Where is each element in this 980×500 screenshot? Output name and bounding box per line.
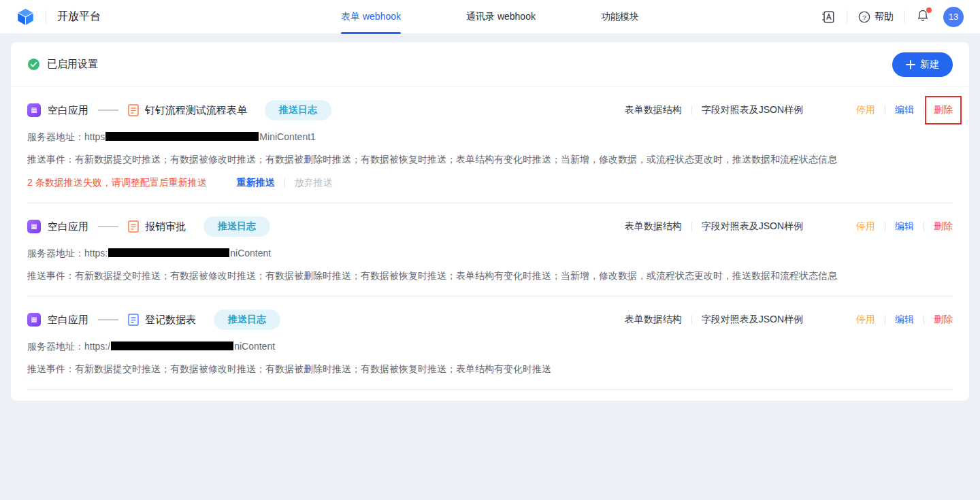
push-error-row: 2 条数据推送失败，请调整配置后重新推送 重新推送 放弃推送 bbox=[27, 177, 953, 189]
question-icon: ? bbox=[858, 11, 870, 23]
navbar-divider bbox=[904, 10, 905, 24]
delete-link[interactable]: 删除 bbox=[934, 314, 953, 326]
server-address: 服务器地址：httpsMiniContent1 bbox=[27, 130, 953, 144]
navbar-left: 开放平台 bbox=[16, 7, 101, 26]
item-actions: 停用 编辑 删除 bbox=[856, 314, 953, 326]
form-data-structure-link[interactable]: 表单数据结构 bbox=[625, 104, 682, 116]
form-doc-icon bbox=[128, 314, 139, 326]
connector-line bbox=[98, 226, 118, 227]
form-name: 登记数据表 bbox=[145, 314, 196, 327]
webhook-item: ▦ 空白应用 钉钉流程测试流程表单 推送日志 表单数据结构 字段对照表及JSON… bbox=[27, 87, 953, 203]
edit-link[interactable]: 编辑 bbox=[895, 104, 914, 116]
push-events: 推送事件：有新数据提交时推送；有数据被修改时推送；有数据被删除时推送；有数据被恢… bbox=[27, 269, 953, 282]
redacted-url bbox=[105, 132, 259, 141]
edit-link[interactable]: 编辑 bbox=[895, 314, 914, 326]
form-doc-icon bbox=[128, 104, 139, 116]
platform-logo-icon bbox=[16, 7, 35, 26]
push-events: 推送事件：有新数据提交时推送；有数据被修改时推送；有数据被删除时推送；有数据被恢… bbox=[27, 362, 953, 376]
delete-highlight-box: 删除 bbox=[934, 104, 953, 116]
translate-icon[interactable] bbox=[821, 10, 836, 24]
field-mapping-json-link[interactable]: 字段对照表及JSON样例 bbox=[702, 220, 803, 233]
field-mapping-json-link[interactable]: 字段对照表及JSON样例 bbox=[702, 314, 803, 326]
push-events: 推送事件：有新数据提交时推送；有数据被修改时推送；有数据被删除时推送；有数据被恢… bbox=[27, 152, 953, 166]
app-name: 空白应用 bbox=[48, 220, 88, 233]
item-title-row: ▦ 空白应用 登记数据表 推送日志 表单数据结构 字段对照表及JSON样例 停用… bbox=[27, 309, 953, 331]
navbar-divider bbox=[46, 10, 46, 24]
help-label: 帮助 bbox=[875, 11, 894, 23]
server-address: 服务器地址：https:niContent bbox=[27, 246, 953, 260]
app-name: 空白应用 bbox=[48, 314, 88, 327]
page-title: 开放平台 bbox=[57, 10, 101, 24]
panel-header: 已启用设置 新建 bbox=[11, 42, 969, 87]
form-data-structure-link[interactable]: 表单数据结构 bbox=[625, 220, 682, 233]
webhook-item: ▦ 空白应用 报销审批 推送日志 表单数据结构 字段对照表及JSON样例 停用 … bbox=[27, 203, 953, 297]
navbar-divider bbox=[847, 10, 847, 24]
form-name: 钉钉流程测试流程表单 bbox=[145, 104, 247, 117]
disable-link[interactable]: 停用 bbox=[856, 314, 875, 326]
plus-icon bbox=[906, 60, 915, 69]
server-address: 服务器地址：https:/niContent bbox=[27, 339, 953, 353]
delete-link[interactable]: 删除 bbox=[934, 220, 953, 233]
blank-app-icon: ▦ bbox=[27, 220, 41, 233]
svg-text:?: ? bbox=[862, 13, 866, 20]
retry-push-link[interactable]: 重新推送 bbox=[237, 177, 275, 189]
blank-app-icon: ▦ bbox=[27, 103, 41, 117]
form-doc-icon bbox=[128, 220, 139, 233]
push-log-button[interactable]: 推送日志 bbox=[265, 100, 331, 120]
form-data-structure-link[interactable]: 表单数据结构 bbox=[625, 314, 682, 326]
delete-link[interactable]: 删除 bbox=[934, 104, 953, 116]
help-button[interactable]: ? 帮助 bbox=[858, 11, 894, 23]
push-log-button[interactable]: 推送日志 bbox=[203, 216, 270, 237]
notification-bell-icon[interactable] bbox=[916, 9, 930, 25]
app-name: 空白应用 bbox=[48, 104, 88, 117]
avatar[interactable]: 13 bbox=[943, 7, 964, 27]
navbar-right: ? 帮助 13 bbox=[821, 7, 964, 27]
enabled-settings-status: 已启用设置 bbox=[27, 58, 98, 71]
new-button-label: 新建 bbox=[920, 59, 939, 71]
tab-form-webhook[interactable]: 表单 webhook bbox=[341, 0, 401, 34]
item-title-row: ▦ 空白应用 钉钉流程测试流程表单 推送日志 表单数据结构 字段对照表及JSON… bbox=[27, 99, 953, 121]
abandon-push-link[interactable]: 放弃推送 bbox=[295, 177, 333, 189]
tab-contacts-webhook[interactable]: 通讯录 webhook bbox=[466, 0, 536, 34]
push-error-message: 2 条数据推送失败，请调整配置后重新推送 bbox=[27, 177, 207, 189]
item-actions: 停用 编辑 删除 bbox=[856, 104, 953, 116]
disable-link[interactable]: 停用 bbox=[856, 220, 875, 233]
new-button[interactable]: 新建 bbox=[892, 52, 953, 77]
form-name: 报销审批 bbox=[145, 220, 186, 233]
connector-line bbox=[98, 110, 118, 111]
blank-app-icon: ▦ bbox=[27, 313, 41, 327]
top-navbar: 开放平台 表单 webhook 通讯录 webhook 功能模块 ? 帮助 bbox=[0, 0, 980, 34]
item-title-row: ▦ 空白应用 报销审批 推送日志 表单数据结构 字段对照表及JSON样例 停用 … bbox=[27, 216, 953, 237]
tab-modules[interactable]: 功能模块 bbox=[601, 0, 639, 34]
notification-dot bbox=[926, 7, 932, 13]
redacted-url bbox=[111, 341, 233, 350]
item-actions: 停用 编辑 删除 bbox=[856, 220, 953, 233]
redacted-url bbox=[108, 248, 229, 257]
status-label: 已启用设置 bbox=[47, 58, 98, 71]
webhook-panel: 已启用设置 新建 ▦ 空白应用 钉钉流程测试流程表单 推送日志 表单数据结构 bbox=[11, 42, 969, 401]
webhook-item: ▦ 空白应用 登记数据表 推送日志 表单数据结构 字段对照表及JSON样例 停用… bbox=[27, 297, 953, 390]
push-log-button[interactable]: 推送日志 bbox=[214, 310, 280, 330]
connector-line bbox=[98, 319, 118, 320]
edit-link[interactable]: 编辑 bbox=[895, 220, 914, 233]
field-mapping-json-link[interactable]: 字段对照表及JSON样例 bbox=[702, 104, 803, 116]
check-circle-icon bbox=[27, 58, 40, 71]
disable-link[interactable]: 停用 bbox=[856, 104, 875, 116]
